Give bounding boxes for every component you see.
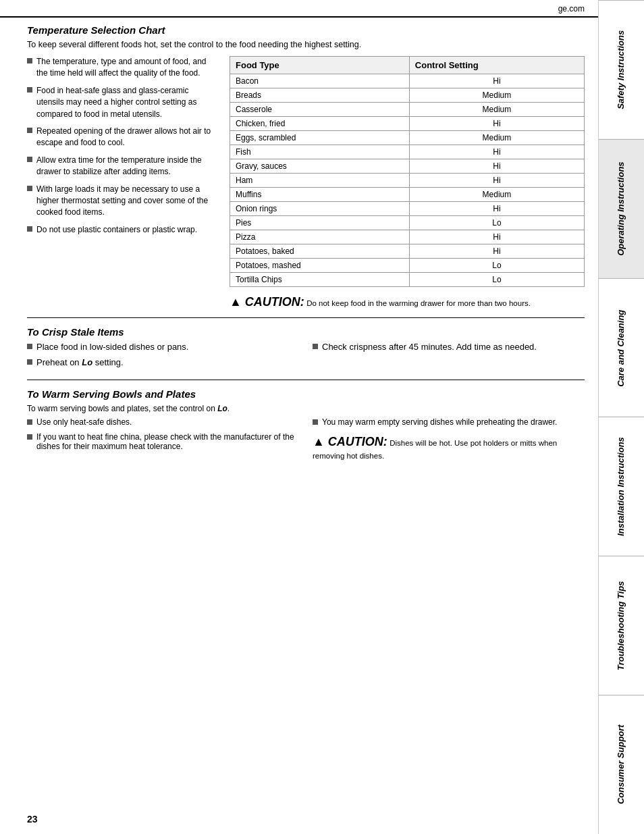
food-table-row: Chicken, friedHi — [230, 117, 585, 131]
warm-caution: ▲ CAUTION: Dishes will be hot. Use pot h… — [313, 434, 585, 462]
food-name: Eggs, scrambled — [230, 131, 410, 145]
temperature-section: Temperature Selection Chart To keep seve… — [27, 24, 585, 318]
bullet-item: You may warm empty serving dishes while … — [313, 417, 585, 427]
food-table-row: Gravy, saucesHi — [230, 159, 585, 174]
control-setting-header: Control Setting — [409, 57, 584, 74]
food-name: Onion rings — [230, 202, 410, 216]
sidebar-tab-operating[interactable]: Operating Instructions — [599, 139, 644, 278]
food-setting: Hi — [409, 230, 584, 244]
food-name: Muffins — [230, 188, 410, 202]
bullet-icon — [27, 344, 32, 349]
page-number: 23 — [27, 814, 38, 825]
bullet-item: If you want to heat fine china, please c… — [27, 432, 299, 451]
bullet-item: Check crispness after 45 minutes. Add ti… — [313, 342, 585, 352]
crisp-section: To Crisp Stale Items Place food in low-s… — [27, 318, 585, 380]
bullet-text: Do not use plastic containers or plastic… — [36, 224, 197, 236]
food-name: Breads — [230, 88, 410, 103]
food-table: Food Type Control Setting BaconHiBreadsM… — [230, 56, 585, 287]
sidebar-tab-troubleshooting[interactable]: Troubleshooting Tips — [599, 556, 644, 695]
food-table-row: BreadsMedium — [230, 88, 585, 103]
bullet-text: If you want to heat fine china, please c… — [36, 432, 299, 451]
food-name: Fish — [230, 145, 410, 159]
food-setting: Hi — [409, 174, 584, 188]
right-sidebar: Safety Instructions Operating Instructio… — [598, 0, 644, 834]
food-setting: Hi — [409, 159, 584, 174]
bullet-text: Check crispness after 45 minutes. Add ti… — [322, 342, 537, 352]
food-table-row: MuffinsMedium — [230, 188, 585, 202]
warm-section-title: To Warm Serving Bowls and Plates — [27, 388, 585, 400]
sidebar-tab-safety[interactable]: Safety Instructions — [599, 0, 644, 139]
caution-label: CAUTION: — [245, 295, 304, 309]
bullet-text: Preheat on Lo setting. — [36, 357, 124, 367]
bullet-icon — [27, 359, 32, 365]
food-setting: Hi — [409, 117, 584, 131]
bullet-item: With large loads it may be necessary to … — [27, 184, 216, 219]
warm-caution-label: CAUTION: — [328, 435, 387, 448]
food-table-row: Tortilla ChipsLo — [230, 273, 585, 287]
bullet-item: Place food in low-sided dishes or pans. — [27, 342, 299, 352]
bullet-text: Place food in low-sided dishes or pans. — [36, 342, 188, 352]
food-setting: Hi — [409, 145, 584, 159]
crisp-right: Check crispness after 45 minutes. Add ti… — [313, 342, 585, 373]
food-name: Potatoes, mashed — [230, 259, 410, 273]
food-table-row: Onion ringsHi — [230, 202, 585, 216]
bullet-icon — [313, 419, 318, 425]
food-table-row: HamHi — [230, 174, 585, 188]
crisp-left: Place food in low-sided dishes or pans. … — [27, 342, 299, 373]
sidebar-tab-consumer[interactable]: Consumer Support — [599, 695, 644, 834]
food-setting: Medium — [409, 103, 584, 117]
food-table-row: Potatoes, mashedLo — [230, 259, 585, 273]
food-table-row: CasseroleMedium — [230, 103, 585, 117]
warm-section: To Warm Serving Bowls and Plates To warm… — [27, 380, 585, 469]
food-name: Casserole — [230, 103, 410, 117]
food-name: Pizza — [230, 230, 410, 244]
food-name: Chicken, fried — [230, 117, 410, 131]
top-bar: ge.com — [0, 0, 598, 18]
bullet-icon — [27, 419, 32, 425]
warm-right: You may warm empty serving dishes while … — [313, 417, 585, 462]
food-setting: Medium — [409, 188, 584, 202]
food-name: Pies — [230, 216, 410, 230]
food-table-row: PiesLo — [230, 216, 585, 230]
temp-bullets: The temperature, type and amount of food… — [27, 56, 216, 311]
sidebar-tab-care[interactable]: Care and Cleaning — [599, 278, 644, 417]
bullet-text: Food in heat-safe glass and glass-cerami… — [36, 85, 216, 120]
food-setting: Lo — [409, 259, 584, 273]
temp-section-subtitle: To keep several different foods hot, set… — [27, 40, 585, 49]
food-setting: Hi — [409, 244, 584, 259]
bullet-item: The temperature, type and amount of food… — [27, 56, 216, 80]
caution-text: Do not keep food in the warming drawer f… — [306, 299, 531, 307]
food-setting: Lo — [409, 216, 584, 230]
bullet-text: Repeated opening of the drawer allows ho… — [36, 126, 216, 149]
bullet-icon — [27, 186, 32, 191]
food-name: Gravy, sauces — [230, 159, 410, 174]
sidebar-tab-installation[interactable]: Installation Instructions — [599, 417, 644, 556]
food-setting: Medium — [409, 88, 584, 103]
bullet-icon — [27, 226, 32, 232]
bullet-icon — [27, 87, 32, 93]
food-name: Potatoes, baked — [230, 244, 410, 259]
bullet-item: Repeated opening of the drawer allows ho… — [27, 126, 216, 149]
temp-caution: ▲ CAUTION: Do not keep food in the warmi… — [230, 294, 585, 311]
bullet-icon — [27, 58, 32, 63]
bullet-text: Allow extra time for the temperature ins… — [36, 155, 216, 178]
crisp-section-title: To Crisp Stale Items — [27, 326, 585, 338]
bullet-item: Allow extra time for the temperature ins… — [27, 155, 216, 178]
bullet-text: Use only heat-safe dishes. — [36, 417, 132, 427]
bullet-item: Do not use plastic containers or plastic… — [27, 224, 216, 236]
food-setting: Lo — [409, 273, 584, 287]
site-url: ge.com — [558, 4, 585, 14]
food-table-row: Eggs, scrambledMedium — [230, 131, 585, 145]
food-table-row: FishHi — [230, 145, 585, 159]
food-table-wrapper: Food Type Control Setting BaconHiBreadsM… — [230, 56, 585, 311]
warm-intro: To warm serving bowls and plates, set th… — [27, 404, 585, 413]
food-table-row: BaconHi — [230, 74, 585, 88]
food-table-row: PizzaHi — [230, 230, 585, 244]
bullet-icon — [313, 344, 318, 349]
food-name: Bacon — [230, 74, 410, 88]
food-setting: Medium — [409, 131, 584, 145]
warm-left: Use only heat-safe dishes. If you want t… — [27, 417, 299, 462]
food-table-row: Potatoes, bakedHi — [230, 244, 585, 259]
bullet-item: Preheat on Lo setting. — [27, 357, 299, 367]
bullet-item: Use only heat-safe dishes. — [27, 417, 299, 427]
